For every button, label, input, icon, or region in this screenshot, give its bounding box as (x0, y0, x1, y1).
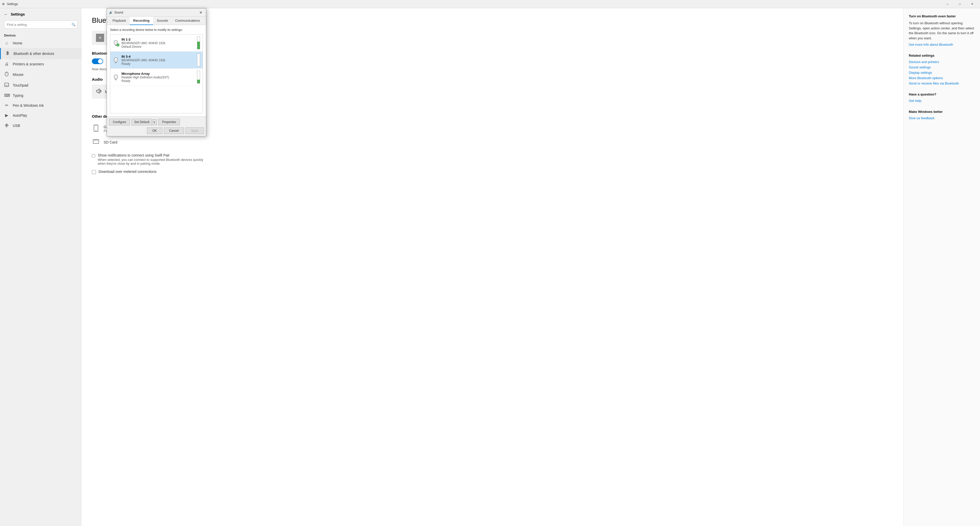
bluetooth-toggle[interactable] (92, 59, 103, 64)
sidebar-item-label-usb: USB (13, 124, 20, 128)
in34-level-bar (197, 54, 200, 66)
tab-communications[interactable]: Communications (172, 17, 204, 25)
device-info-in12: IN 1-2 BEHRINGER UMC 404HD 192k Default … (121, 38, 165, 48)
dialog-footer: Configure Set Default ▾ Properties OK Ca… (107, 116, 206, 136)
tab-playback[interactable]: Playback (109, 17, 130, 25)
apply-button[interactable]: Apply (186, 128, 204, 134)
sidebar-back-label: Settings (11, 12, 25, 16)
svg-point-7 (5, 125, 6, 126)
search-icon: 🔍 (72, 23, 76, 27)
phone-icon (92, 124, 100, 133)
touchpad-icon (4, 83, 9, 88)
svg-rect-8 (7, 125, 8, 126)
set-default-arrow-button[interactable]: ▾ (152, 119, 157, 125)
sidebar-item-mouse[interactable]: Mouse (0, 69, 82, 80)
title-bar-label: Settings (7, 2, 18, 6)
download-metered-checkbox[interactable] (92, 170, 96, 174)
mic-sub: Realtek High Definition Audio(SST) (121, 76, 169, 79)
in34-name: IN 3-4 (121, 55, 165, 59)
sidebar-item-usb[interactable]: USB (0, 120, 82, 131)
sidebar-item-label-printers: Printers & scanners (13, 62, 44, 66)
in12-sub: BEHRINGER UMC 404HD 192k (121, 41, 165, 45)
configure-button[interactable]: Configure (109, 119, 130, 125)
download-metered-row: Download over metered connections (92, 169, 204, 174)
dialog-title-label: Sound (115, 11, 123, 14)
mic-status: Ready (121, 79, 169, 83)
sidebar-item-label-pen: Pen & Windows Ink (13, 104, 44, 107)
list-item[interactable]: IN 3-4 BEHRINGER UMC 404HD 192k Ready (110, 52, 203, 69)
home-icon: ⌂ (4, 41, 9, 45)
dialog-tabs: Playback Recording Sounds Communications (107, 17, 206, 25)
swift-pair-row: Show notifications to connect using Swif… (92, 153, 204, 166)
dialog-ok-row: OK Cancel Apply (109, 128, 204, 134)
dialog-title-left: 🔊 Sound (109, 11, 123, 14)
sidebar-back-button[interactable]: ← Settings (0, 10, 82, 18)
mic-level-bar (197, 71, 200, 83)
sdcard-name: SD Card (103, 140, 118, 144)
back-icon: ← (4, 12, 8, 16)
sidebar-item-label-bluetooth: Bluetooth & other devices (14, 52, 54, 56)
usb-icon (4, 123, 9, 128)
in12-level-fill (197, 41, 200, 49)
swift-pair-checkbox[interactable] (92, 154, 95, 158)
sidebar-search-container: 🔍 (4, 21, 78, 29)
device-info-sdcard: SD Card (103, 140, 118, 144)
settings-icon: ⚙ (2, 2, 5, 6)
tab-recording[interactable]: Recording (130, 17, 153, 25)
in12-status: Default Device (121, 45, 165, 48)
sidebar-item-label-mouse: Mouse (13, 73, 24, 77)
download-metered-label: Download over metered connections (99, 169, 156, 174)
list-item: SD Card (92, 136, 392, 148)
svg-rect-14 (93, 139, 99, 143)
sidebar-item-label-autoplay: AutoPlay (13, 113, 27, 118)
device-icon-in34 (113, 57, 119, 63)
in12-name: IN 1-2 (121, 38, 165, 41)
dialog-close-button[interactable]: ✕ (198, 10, 204, 16)
in34-status: Ready (121, 62, 165, 65)
sidebar-item-pen[interactable]: ✏ Pen & Windows Ink (0, 100, 82, 110)
in12-level-bar (197, 37, 200, 49)
search-input[interactable] (4, 21, 78, 29)
ok-button[interactable]: OK (147, 128, 162, 134)
typing-icon: ⌨ (4, 93, 9, 98)
svg-point-13 (96, 130, 97, 131)
set-default-button[interactable]: Set Default (131, 119, 152, 125)
mouse-icon (4, 72, 9, 78)
mic-name: Microphone Array (121, 72, 169, 76)
dialog-body: Select a recording device below to modif… (107, 25, 206, 116)
dialog-instruction: Select a recording device below to modif… (110, 28, 203, 32)
sidebar-item-bluetooth[interactable]: Bluetooth & other devices (0, 48, 82, 59)
dialog-titlebar: 🔊 Sound ✕ (107, 8, 206, 17)
properties-button[interactable]: Properties (158, 119, 180, 125)
swift-pair-label: Show notifications to connect using Swif… (98, 153, 204, 157)
sidebar-item-label-home: Home (13, 41, 22, 45)
title-bar: ⚙ Settings ─ □ ✕ (0, 0, 392, 8)
sidebar-item-typing[interactable]: ⌨ Typing (0, 90, 82, 100)
pen-icon: ✏ (4, 103, 9, 108)
audio-speaker-icon (96, 88, 102, 95)
device-icon-mic (113, 74, 119, 80)
swift-pair-desc: When selected, you can connect to suppor… (98, 158, 204, 166)
sidebar-item-printers[interactable]: 🖨 Printers & scanners (0, 59, 82, 69)
sidebar-item-label-typing: Typing (13, 94, 23, 97)
set-default-split: Set Default ▾ (131, 119, 157, 125)
cancel-button[interactable]: Cancel (164, 128, 184, 134)
sidebar-item-touchpad[interactable]: Touchpad (0, 80, 82, 90)
add-icon: + (96, 34, 104, 42)
autoplay-icon: ▶ (4, 113, 9, 118)
sidebar-item-home[interactable]: ⌂ Home (0, 38, 82, 48)
sidebar-item-autoplay[interactable]: ▶ AutoPlay (0, 110, 82, 120)
device-info-mic: Microphone Array Realtek High Definition… (121, 72, 169, 83)
list-item[interactable]: ✓ IN 1-2 BEHRINGER UMC 404HD 192k Defaul… (110, 35, 203, 52)
svg-rect-11 (94, 125, 98, 132)
printers-icon: 🖨 (4, 62, 9, 66)
tab-sounds[interactable]: Sounds (153, 17, 172, 25)
recording-device-list: ✓ IN 1-2 BEHRINGER UMC 404HD 192k Defaul… (110, 34, 203, 113)
device-icon-in12: ✓ (113, 40, 119, 46)
list-item[interactable]: Microphone Array Realtek High Definition… (110, 69, 203, 86)
sidebar-section-label: Devices (0, 31, 82, 38)
sdcard-icon (92, 139, 100, 145)
bluetooth-icon (5, 51, 10, 57)
swift-pair-text: Show notifications to connect using Swif… (98, 153, 204, 166)
svg-marker-10 (97, 89, 99, 94)
